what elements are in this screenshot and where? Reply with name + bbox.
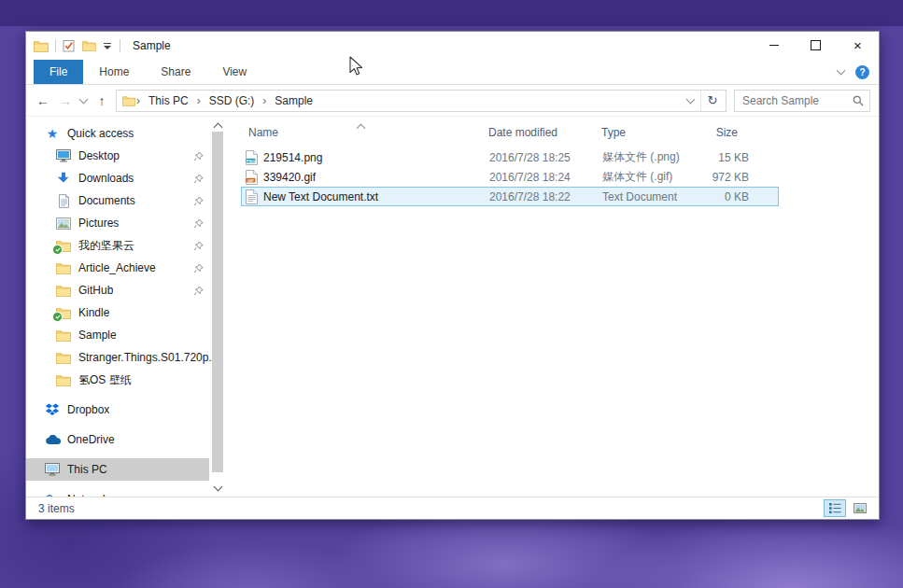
sidebar-group-gap	[26, 481, 226, 488]
search-box[interactable]	[734, 90, 870, 112]
refresh-button[interactable]: ↻	[701, 93, 724, 107]
pin-icon[interactable]	[193, 218, 209, 229]
sidebar-item-dropbox[interactable]: Dropbox	[26, 399, 209, 421]
qat-properties-icon[interactable]	[63, 39, 75, 52]
caption-buttons: ×	[753, 32, 879, 59]
sidebar-item-nutstore[interactable]: 我的坚果云	[26, 234, 209, 257]
file-row-new-text-document[interactable]: New Text Document.txt 2016/7/28 18:22 Te…	[241, 187, 779, 206]
tab-share[interactable]: Share	[145, 60, 206, 84]
search-input[interactable]	[737, 94, 853, 107]
onedrive-cloud-icon	[44, 432, 61, 447]
details-view-icon	[829, 503, 841, 513]
folder-icon	[55, 260, 72, 275]
sidebar-item-network[interactable]: Network	[26, 488, 209, 497]
pin-icon[interactable]	[193, 196, 209, 206]
sidebar-group-gap	[26, 451, 226, 458]
sidebar-item-kindle[interactable]: Kindle	[26, 301, 209, 324]
close-button[interactable]: ×	[837, 32, 879, 59]
file-size: 15 KB	[684, 151, 749, 164]
expand-ribbon-icon[interactable]	[837, 66, 846, 76]
address-bar[interactable]: › This PC › SSD (G:) › Sample ↻	[116, 90, 727, 112]
scroll-down-icon[interactable]	[211, 482, 225, 494]
sidebar-item-quick-access[interactable]: ★ Quick access	[26, 122, 209, 145]
search-icon[interactable]	[853, 95, 864, 106]
png-file-icon: PNG	[245, 150, 258, 165]
downloads-icon	[55, 171, 72, 186]
forward-button[interactable]: →	[54, 93, 77, 108]
file-date: 2016/7/28 18:25	[489, 151, 602, 164]
file-row-219514-png[interactable]: PNG 219514.png 2016/7/28 18:25 媒体文件 (.pn…	[241, 147, 779, 167]
sidebar-item-desktop[interactable]: Desktop	[26, 145, 209, 167]
sidebar-item-hydrogen-os-wallpaper[interactable]: 氢OS 壁纸	[26, 369, 209, 391]
sidebar-item-documents[interactable]: Documents	[26, 189, 209, 212]
dropbox-icon	[44, 402, 61, 417]
desktop: Sample × File Home Share View ? ← → ↑	[0, 0, 903, 588]
scroll-up-icon[interactable]	[211, 119, 225, 132]
recent-locations-dropdown[interactable]	[77, 99, 91, 103]
close-icon: ×	[854, 38, 862, 52]
desktop-wallpaper-band	[0, 0, 903, 26]
qat-new-folder-icon[interactable]	[82, 40, 96, 51]
sidebar-item-this-pc[interactable]: This PC	[26, 458, 209, 481]
sort-ascending-icon[interactable]	[358, 119, 364, 135]
file-row-339420-gif[interactable]: GIF 339420.gif 2016/7/28 18:24 媒体文件 (.gi…	[241, 167, 779, 187]
column-header-date-modified[interactable]: Date modified	[488, 126, 601, 139]
file-type: Text Document	[602, 190, 684, 203]
desktop-icon	[55, 148, 72, 163]
tab-home[interactable]: Home	[83, 60, 145, 84]
titlebar-separator	[120, 39, 120, 52]
main-area: ★ Quick access Desktop Downloads Documen…	[26, 117, 879, 497]
file-date: 2016/7/28 18:22	[489, 190, 602, 203]
pin-icon[interactable]	[193, 151, 209, 161]
breadcrumb-ssd-g[interactable]: SSD (G:)	[202, 94, 262, 107]
folder-icon	[55, 372, 72, 387]
scrollbar-thumb[interactable]	[212, 132, 223, 472]
sidebar-item-downloads[interactable]: Downloads	[26, 167, 209, 189]
large-icons-view-button[interactable]	[849, 499, 871, 517]
file-list-pane: Name Date modified Type Size PNG 219514.…	[226, 117, 879, 497]
quick-access-star-icon: ★	[44, 126, 61, 141]
pin-icon[interactable]	[193, 174, 209, 184]
chevron-down-icon	[685, 94, 695, 104]
minimize-button[interactable]	[753, 32, 795, 59]
file-size: 0 KB	[684, 190, 749, 203]
sidebar-item-github[interactable]: GitHub	[26, 279, 209, 301]
column-header-type[interactable]: Type	[601, 126, 684, 139]
breadcrumb-sample[interactable]: Sample	[267, 94, 320, 107]
file-type: 媒体文件 (.gif)	[602, 169, 684, 185]
back-button[interactable]: ←	[32, 93, 54, 108]
sidebar-item-pictures[interactable]: Pictures	[26, 212, 209, 234]
maximize-button[interactable]	[795, 32, 837, 59]
pin-icon[interactable]	[193, 286, 209, 296]
tab-file[interactable]: File	[34, 60, 83, 84]
file-size: 972 KB	[684, 171, 749, 184]
help-icon[interactable]: ?	[855, 65, 869, 79]
address-dropdown-button[interactable]	[680, 91, 700, 111]
this-pc-icon	[44, 462, 61, 477]
details-view-button[interactable]	[824, 499, 846, 517]
file-name: 339420.gif	[263, 171, 316, 184]
column-header-size[interactable]: Size	[684, 126, 748, 139]
folder-icon	[55, 328, 72, 343]
sidebar-scrollbar[interactable]	[211, 118, 225, 496]
sidebar-item-sample[interactable]: Sample	[26, 324, 209, 346]
sidebar-item-stranger-things[interactable]: Stranger.Things.S01.720p.N	[26, 346, 209, 369]
qat-customize-dropdown-icon[interactable]	[104, 43, 111, 49]
explorer-window: Sample × File Home Share View ? ← → ↑	[25, 31, 880, 520]
location-folder-icon	[122, 95, 135, 106]
item-count: 3 items	[38, 502, 75, 515]
status-bar: 3 items	[26, 497, 879, 519]
view-switcher	[824, 499, 871, 517]
folder-icon	[55, 350, 72, 365]
pictures-icon	[55, 216, 72, 231]
navigation-pane: ★ Quick access Desktop Downloads Documen…	[26, 117, 226, 497]
tab-view[interactable]: View	[206, 60, 262, 84]
sidebar-item-onedrive[interactable]: OneDrive	[26, 428, 209, 451]
title-bar[interactable]: Sample ×	[26, 32, 879, 60]
up-button[interactable]: ↑	[91, 93, 113, 108]
sidebar-item-article-achieve[interactable]: Article_Achieve	[26, 257, 209, 279]
pin-icon[interactable]	[193, 241, 209, 251]
navigation-toolbar: ← → ↑ › This PC › SSD (G:) › Sample ↻	[26, 85, 879, 117]
breadcrumb-this-pc[interactable]: This PC	[141, 94, 196, 107]
pin-icon[interactable]	[193, 263, 209, 273]
